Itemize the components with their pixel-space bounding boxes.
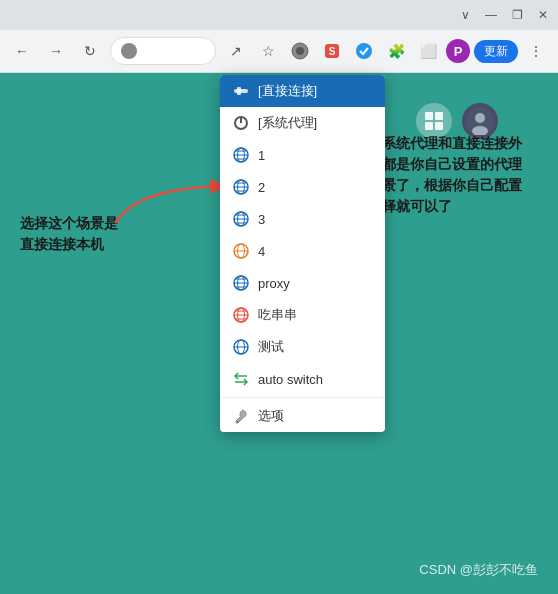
reload-button[interactable]: ↻ — [76, 37, 104, 65]
power-icon — [232, 114, 250, 132]
globe-test-icon — [232, 338, 250, 356]
menu-label-system: [系统代理] — [258, 114, 317, 132]
menu-item-3[interactable]: 3 — [220, 203, 385, 235]
menu-label-1: 1 — [258, 148, 265, 163]
svg-point-48 — [236, 421, 239, 424]
dropdown-menu: [直接连接] [系统代理] 1 — [220, 75, 385, 432]
watermark: CSDN @彭彭不吃鱼 — [419, 561, 538, 579]
close-button[interactable]: ✕ — [536, 8, 550, 22]
menu-item-options[interactable]: 选项 — [220, 400, 385, 432]
extensions-area: ↗ ☆ S — [222, 37, 550, 65]
share-icon[interactable]: ↗ — [222, 37, 250, 65]
direct-connection-icon — [232, 82, 250, 100]
menu-item-system[interactable]: [系统代理] — [220, 107, 385, 139]
menu-item-chichuanchuan[interactable]: 吃串串 — [220, 299, 385, 331]
svg-rect-15 — [237, 87, 241, 95]
svg-point-10 — [475, 113, 485, 123]
annotation-left: 选择这个场景是直接连接本机 — [20, 213, 130, 255]
globe-red-icon — [232, 306, 250, 324]
ext-p-icon[interactable]: P — [446, 39, 470, 63]
bookmark-icon[interactable]: ☆ — [254, 37, 282, 65]
menu-item-4[interactable]: 4 — [220, 235, 385, 267]
main-area: 选择这个场景是直接连接本机 除系统代理和直接连接外就都是你自己设置的代理场景了，… — [0, 73, 558, 594]
browser-chrome: ∨ — ❐ ✕ ← → ↻ ↗ ☆ S — [0, 0, 558, 73]
menu-label-2: 2 — [258, 180, 265, 195]
menu-label-3: 3 — [258, 212, 265, 227]
restore-button[interactable]: ❐ — [510, 8, 524, 22]
wrench-icon — [232, 407, 250, 425]
svg-text:S: S — [329, 46, 336, 57]
globe-4-icon — [232, 242, 250, 260]
back-button[interactable]: ← — [8, 37, 36, 65]
svg-rect-6 — [435, 112, 443, 120]
menu-item-test[interactable]: 测试 — [220, 331, 385, 363]
svg-rect-8 — [435, 122, 443, 130]
toolbar: ← → ↻ ↗ ☆ S — [0, 30, 558, 72]
menu-item-1[interactable]: 1 — [220, 139, 385, 171]
update-button[interactable]: 更新 — [474, 40, 518, 63]
proxy-extension-icon[interactable] — [286, 37, 314, 65]
menu-label-chichuanchuan: 吃串串 — [258, 306, 297, 324]
minimize-button[interactable]: — — [484, 8, 498, 22]
svg-point-4 — [356, 43, 372, 59]
annotation-right: 除系统代理和直接连接外就都是你自己设置的代理场景了，根据你自己配置选择就可以了 — [368, 133, 528, 217]
address-bar[interactable] — [110, 37, 216, 65]
menu-item-2[interactable]: 2 — [220, 171, 385, 203]
globe-1-icon — [232, 146, 250, 164]
menu-label-options: 选项 — [258, 407, 284, 425]
menu-label-proxy: proxy — [258, 276, 290, 291]
globe-proxy-icon — [232, 274, 250, 292]
menu-divider — [220, 397, 385, 398]
menu-label-4: 4 — [258, 244, 265, 259]
site-favicon — [121, 43, 137, 59]
forward-button[interactable]: → — [42, 37, 70, 65]
more-options-icon[interactable]: ⋮ — [522, 37, 550, 65]
svg-rect-7 — [425, 122, 433, 130]
svg-point-1 — [296, 47, 304, 55]
ext-check-icon[interactable] — [350, 37, 378, 65]
autoswitch-icon — [232, 370, 250, 388]
chevron-up-icon[interactable]: ∨ — [458, 8, 472, 22]
extensions-puzzle-icon[interactable]: 🧩 — [382, 37, 410, 65]
menu-label-direct: [直接连接] — [258, 82, 317, 100]
ext-square-icon[interactable]: ⬜ — [414, 37, 442, 65]
menu-item-autoswitch[interactable]: auto switch — [220, 363, 385, 395]
menu-label-test: 测试 — [258, 338, 284, 356]
menu-item-proxy[interactable]: proxy — [220, 267, 385, 299]
globe-2-icon — [232, 178, 250, 196]
title-bar: ∨ — ❐ ✕ — [0, 0, 558, 30]
ext-red-icon[interactable]: S — [318, 37, 346, 65]
svg-rect-5 — [425, 112, 433, 120]
menu-label-autoswitch: auto switch — [258, 372, 323, 387]
globe-3-icon — [232, 210, 250, 228]
menu-item-direct[interactable]: [直接连接] — [220, 75, 385, 107]
